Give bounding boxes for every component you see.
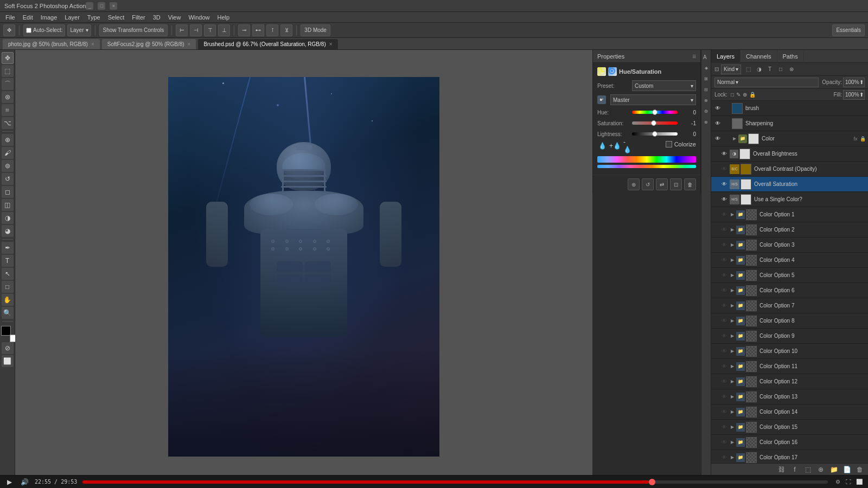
menu-view[interactable]: View [165, 14, 184, 21]
layer-row-coloropt5[interactable]: 👁 ▶ 📁 Color Option 5 [711, 268, 868, 283]
saturation-thumb[interactable] [651, 120, 656, 126]
layer-eye-co14[interactable]: 👁 [720, 409, 729, 415]
screen-mode-tool[interactable]: ⬜ [2, 355, 14, 367]
distribute-right-btn[interactable]: ⊷ [252, 24, 264, 36]
distribute-bottom-btn[interactable]: ⊻ [280, 24, 292, 36]
dropper-minus-btn[interactable]: -💧 [623, 141, 633, 151]
lock-all-btn[interactable]: 🔒 [749, 92, 756, 98]
essentials-btn[interactable]: Essentials [832, 24, 865, 36]
co2-toggle[interactable]: ▶ [730, 227, 735, 233]
layer-eye-co8[interactable]: 👁 [720, 318, 729, 324]
ai-btn-7[interactable]: ⊗ [703, 118, 710, 126]
layer-eye-co12[interactable]: 👁 [720, 378, 729, 384]
layer-row-singlecolor[interactable]: 👁 H/S Use a Single Color? [711, 192, 868, 207]
canvas-area[interactable] [15, 50, 592, 475]
align-center-btn[interactable]: ⊣ [190, 24, 202, 36]
filter-type-btn[interactable]: T [765, 65, 775, 74]
move-tool[interactable]: ✥ [2, 52, 14, 64]
lightness-thumb[interactable] [652, 131, 658, 137]
layer-eye-co2[interactable]: 👁 [720, 227, 729, 233]
tl-theater-btn[interactable]: ⬜ [855, 478, 864, 486]
finger-icon[interactable]: ☛ [597, 95, 606, 104]
layer-eye-contrast[interactable]: 👁 [720, 166, 729, 172]
3d-mode-btn[interactable]: 3D Mode [301, 24, 330, 36]
layer-eye-singlecolor[interactable]: 👁 [720, 196, 729, 202]
layer-eye-sharpening[interactable]: 👁 [713, 120, 722, 126]
co10-toggle[interactable]: ▶ [730, 349, 735, 354]
channel-dropdown[interactable]: Master ▾ [610, 94, 696, 105]
co15-toggle[interactable]: ▶ [730, 425, 735, 430]
filter-adjustment-btn[interactable]: ◑ [754, 65, 764, 74]
dropper-plus-btn[interactable]: +💧 [610, 141, 620, 151]
properties-expand-btn[interactable]: ≡ [692, 53, 696, 60]
align-top-btn[interactable]: ⊤ [204, 24, 216, 36]
menu-select[interactable]: Select [105, 14, 128, 21]
filter-shape-btn[interactable]: □ [776, 65, 786, 74]
co14-toggle[interactable]: ▶ [730, 409, 735, 415]
sound-btn[interactable]: 🔊 [20, 477, 29, 487]
foreground-background-colors[interactable] [1, 326, 14, 339]
path-select-tool[interactable]: ↖ [2, 268, 14, 280]
layer-eye-co6[interactable]: 👁 [720, 287, 729, 293]
type-tool[interactable]: T [2, 255, 14, 267]
lock-transparent-btn[interactable]: □ [731, 92, 734, 98]
layer-row-brightness[interactable]: 👁 ◑ Overall Brightness [711, 146, 868, 162]
colorize-checkbox[interactable] [666, 141, 672, 147]
tl-fullscreen-btn[interactable]: ⛶ [844, 478, 853, 486]
tab-1[interactable]: SoftFocus2.jpg @ 50% (RGB/8) × [101, 38, 197, 49]
layer-row-saturation[interactable]: 👁 H/S Overall Saturation [711, 177, 868, 192]
co7-toggle[interactable]: ▶ [730, 303, 735, 309]
maximize-btn[interactable]: □ [98, 2, 105, 10]
distribute-left-btn[interactable]: ⊸ [238, 24, 250, 36]
align-bottom-btn[interactable]: ⊥ [218, 24, 230, 36]
quick-mask-tool[interactable]: ⊘ [2, 342, 14, 354]
layer-row-coloropt10[interactable]: 👁 ▶ 📁 Color Option 10 [711, 344, 868, 359]
ai-btn-5[interactable]: ⊕ [703, 97, 710, 104]
dropper-btn[interactable]: 💧 [597, 141, 607, 151]
delete-layer-btn[interactable]: 🗑 [855, 465, 865, 474]
layer-row-coloropt17[interactable]: 👁 ▶ 📁 Color Option 17 [711, 450, 868, 463]
layer-row-coloropt9[interactable]: 👁 ▶ 📁 Color Option 9 [711, 329, 868, 344]
layer-eye-co3[interactable]: 👁 [720, 242, 729, 248]
eyedropper-tool[interactable]: ⌥ [2, 117, 14, 129]
co1-toggle[interactable]: ▶ [730, 212, 735, 217]
menu-3d[interactable]: 3D [150, 14, 164, 21]
new-layer-btn[interactable]: 📄 [842, 465, 852, 474]
menu-image[interactable]: Image [37, 14, 61, 21]
layer-row-contrast[interactable]: 👁 B/C Overall Contrast (Opacity) [711, 162, 868, 177]
layer-row-coloropt2[interactable]: 👁 ▶ 📁 Color Option 2 [711, 222, 868, 237]
menu-edit[interactable]: Edit [20, 14, 36, 21]
ai-btn-3[interactable]: ⊞ [703, 75, 710, 82]
menu-window[interactable]: Window [185, 14, 213, 21]
layer-row-sharpening[interactable]: 👁 Sharpening [711, 116, 868, 131]
menu-file[interactable]: File [2, 14, 18, 21]
layer-eye-co9[interactable]: 👁 [720, 333, 729, 339]
fill-value[interactable]: 100% ⬆ [843, 90, 865, 100]
close-btn[interactable]: × [110, 2, 117, 10]
layer-row-coloropt16[interactable]: 👁 ▶ 📁 Color Option 16 [711, 435, 868, 450]
prop-clip-btn[interactable]: ⊡ [670, 178, 682, 190]
filter-smart-btn[interactable]: ⊛ [787, 65, 796, 74]
minimize-btn[interactable]: _ [86, 2, 93, 10]
lock-position-btn[interactable]: ⊕ [743, 92, 747, 98]
filter-kind-dropdown[interactable]: Kind ▾ [721, 65, 741, 74]
tab-0-close[interactable]: × [91, 41, 94, 47]
layer-row-coloropt1[interactable]: 👁 ▶ 📁 Color Option 1 [711, 207, 868, 222]
tl-settings-btn[interactable]: ⚙ [833, 478, 842, 486]
auto-select-toggle[interactable]: Auto-Select: [23, 24, 65, 36]
brush-tool[interactable]: 🖌 [2, 147, 14, 159]
preset-dropdown[interactable]: Custom ▾ [632, 80, 696, 91]
align-left-btn[interactable]: ⊢ [176, 24, 188, 36]
color-group-toggle[interactable]: ▶ [732, 136, 737, 142]
zoom-tool[interactable]: 🔍 [2, 307, 14, 319]
blend-mode-dropdown[interactable]: Normal ▾ [714, 78, 819, 87]
layer-row-coloropt15[interactable]: 👁 ▶ 📁 Color Option 15 [711, 420, 868, 435]
crop-tool[interactable]: ⌗ [2, 104, 14, 116]
layers-tab[interactable]: Layers [711, 50, 741, 63]
layer-eye-co13[interactable]: 👁 [720, 394, 729, 400]
menu-layer[interactable]: Layer [61, 14, 83, 21]
hue-thumb[interactable] [652, 110, 658, 115]
layer-eye-co1[interactable]: 👁 [720, 211, 729, 217]
menu-type[interactable]: Type [84, 14, 104, 21]
menu-help[interactable]: Help [214, 14, 233, 21]
